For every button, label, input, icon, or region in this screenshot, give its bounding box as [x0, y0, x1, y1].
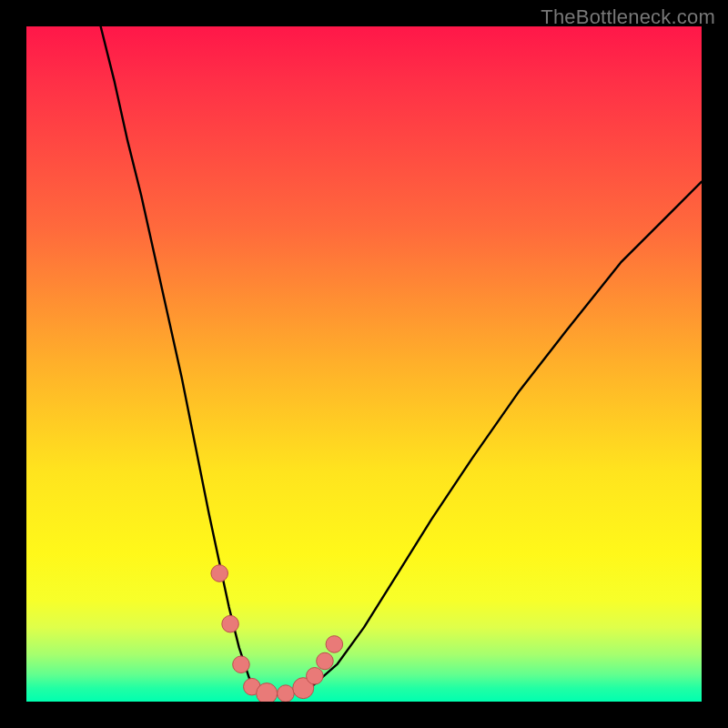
data-marker — [257, 683, 278, 702]
marker-group — [211, 565, 343, 702]
data-marker — [293, 678, 314, 699]
plot-area — [26, 26, 702, 702]
data-marker — [317, 652, 334, 670]
watermark-text: TheBottleneck.com — [541, 5, 715, 29]
data-marker — [222, 615, 239, 632]
bottleneck-curve — [101, 26, 702, 695]
data-marker — [244, 678, 261, 695]
data-marker — [307, 668, 324, 685]
data-marker — [278, 685, 295, 702]
data-marker — [233, 656, 250, 673]
chart-frame: TheBottleneck.com — [0, 0, 728, 728]
chart-svg — [26, 26, 702, 702]
data-marker — [326, 636, 343, 653]
data-marker — [211, 565, 228, 582]
